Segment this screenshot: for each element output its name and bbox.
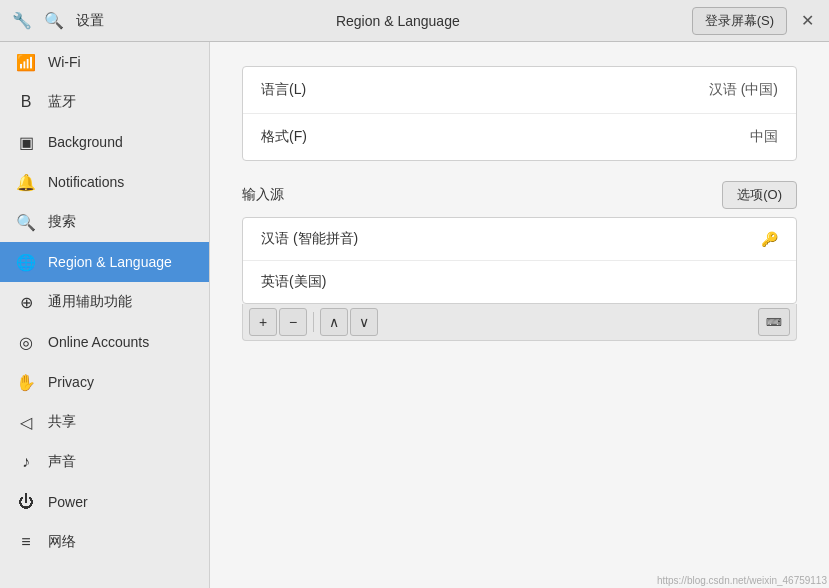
sidebar-item-label-background: Background <box>48 134 123 150</box>
sidebar-item-label-sound: 声音 <box>48 453 76 471</box>
window-title: Region & Language <box>336 13 460 29</box>
sidebar: 📶Wi-FiB蓝牙▣Background🔔Notifications🔍搜索🌐Re… <box>0 42 210 588</box>
sidebar-item-label-accessibility: 通用辅助功能 <box>48 293 132 311</box>
format-row: 格式(F) 中国 <box>243 114 796 160</box>
format-label: 格式(F) <box>261 128 750 146</box>
accessibility-icon: ⊕ <box>16 292 36 312</box>
input-sources-header: 输入源 选项(O) <box>242 181 797 209</box>
sidebar-item-label-online-accounts: Online Accounts <box>48 334 149 350</box>
sidebar-item-label-bluetooth: 蓝牙 <box>48 93 76 111</box>
sidebar-item-label-region: Region & Language <box>48 254 172 270</box>
language-value: 汉语 (中国) <box>709 81 778 99</box>
sidebar-item-label-sharing: 共享 <box>48 413 76 431</box>
power-icon: ⏻ <box>16 492 36 512</box>
tools-icon-btn[interactable]: 🔧 <box>8 7 36 35</box>
input-sources-toolbar: + − ∧ ∨ ⌨ <box>242 304 797 341</box>
bluetooth-icon: B <box>16 92 36 112</box>
titlebar-right: 登录屏幕(S) ✕ <box>692 7 821 35</box>
sidebar-item-background[interactable]: ▣Background <box>0 122 209 162</box>
sidebar-item-online-accounts[interactable]: ◎Online Accounts <box>0 322 209 362</box>
sidebar-item-sharing[interactable]: ◁共享 <box>0 402 209 442</box>
keyboard-button[interactable]: ⌨ <box>758 308 790 336</box>
wifi-icon: 📶 <box>16 52 36 72</box>
sidebar-item-sound[interactable]: ♪声音 <box>0 442 209 482</box>
add-input-source-button[interactable]: + <box>249 308 277 336</box>
sidebar-item-label-notifications: Notifications <box>48 174 124 190</box>
sidebar-item-bluetooth[interactable]: B蓝牙 <box>0 82 209 122</box>
input-source-hanyu[interactable]: 汉语 (智能拼音) 🔑 <box>243 218 796 261</box>
format-value: 中国 <box>750 128 778 146</box>
minus-icon: − <box>289 314 297 330</box>
close-button[interactable]: ✕ <box>793 7 821 35</box>
options-button[interactable]: 选项(O) <box>722 181 797 209</box>
sharing-icon: ◁ <box>16 412 36 432</box>
keyboard-icon: ⌨ <box>766 316 782 329</box>
move-down-button[interactable]: ∨ <box>350 308 378 336</box>
sidebar-item-power[interactable]: ⏻Power <box>0 482 209 522</box>
language-label: 语言(L) <box>261 81 709 99</box>
input-source-english-label: 英语(美国) <box>261 273 778 291</box>
search-icon-btn[interactable]: 🔍 <box>40 7 68 35</box>
titlebar: 🔧 🔍 设置 Region & Language 登录屏幕(S) ✕ <box>0 0 829 42</box>
language-row: 语言(L) 汉语 (中国) <box>243 67 796 114</box>
sidebar-item-search[interactable]: 🔍搜索 <box>0 202 209 242</box>
titlebar-tools: 🔧 🔍 设置 <box>8 7 104 35</box>
sidebar-item-privacy[interactable]: ✋Privacy <box>0 362 209 402</box>
sidebar-item-wifi[interactable]: 📶Wi-Fi <box>0 42 209 82</box>
sidebar-item-region[interactable]: 🌐Region & Language <box>0 242 209 282</box>
sidebar-item-label-search: 搜索 <box>48 213 76 231</box>
titlebar-title: Region & Language <box>104 13 692 29</box>
add-icon: + <box>259 314 267 330</box>
sidebar-item-network[interactable]: ≡网络 <box>0 522 209 562</box>
sidebar-item-accessibility[interactable]: ⊕通用辅助功能 <box>0 282 209 322</box>
chevron-down-icon: ∨ <box>359 314 369 330</box>
online-accounts-icon: ◎ <box>16 332 36 352</box>
search-icon: 🔍 <box>16 212 36 232</box>
main-layout: 📶Wi-FiB蓝牙▣Background🔔Notifications🔍搜索🌐Re… <box>0 42 829 588</box>
region-icon: 🌐 <box>16 252 36 272</box>
settings-label: 设置 <box>76 12 104 30</box>
network-icon: ≡ <box>16 532 36 552</box>
input-sources-card: 汉语 (智能拼音) 🔑 英语(美国) <box>242 217 797 304</box>
notifications-icon: 🔔 <box>16 172 36 192</box>
sidebar-item-label-wifi: Wi-Fi <box>48 54 81 70</box>
input-source-english[interactable]: 英语(美国) <box>243 261 796 303</box>
language-format-card: 语言(L) 汉语 (中国) 格式(F) 中国 <box>242 66 797 161</box>
login-screen-button[interactable]: 登录屏幕(S) <box>692 7 787 35</box>
sound-icon: ♪ <box>16 452 36 472</box>
sidebar-item-label-network: 网络 <box>48 533 76 551</box>
input-source-hanyu-label: 汉语 (智能拼音) <box>261 230 761 248</box>
remove-input-source-button[interactable]: − <box>279 308 307 336</box>
input-sources-title: 输入源 <box>242 186 722 204</box>
content-area: 语言(L) 汉语 (中国) 格式(F) 中国 输入源 选项(O) 汉语 (智能拼… <box>210 42 829 588</box>
sidebar-item-label-privacy: Privacy <box>48 374 94 390</box>
sidebar-item-notifications[interactable]: 🔔Notifications <box>0 162 209 202</box>
privacy-icon: ✋ <box>16 372 36 392</box>
move-up-button[interactable]: ∧ <box>320 308 348 336</box>
toolbar-separator <box>313 312 314 332</box>
sidebar-item-label-power: Power <box>48 494 88 510</box>
background-icon: ▣ <box>16 132 36 152</box>
key-icon: 🔑 <box>761 231 778 247</box>
chevron-up-icon: ∧ <box>329 314 339 330</box>
